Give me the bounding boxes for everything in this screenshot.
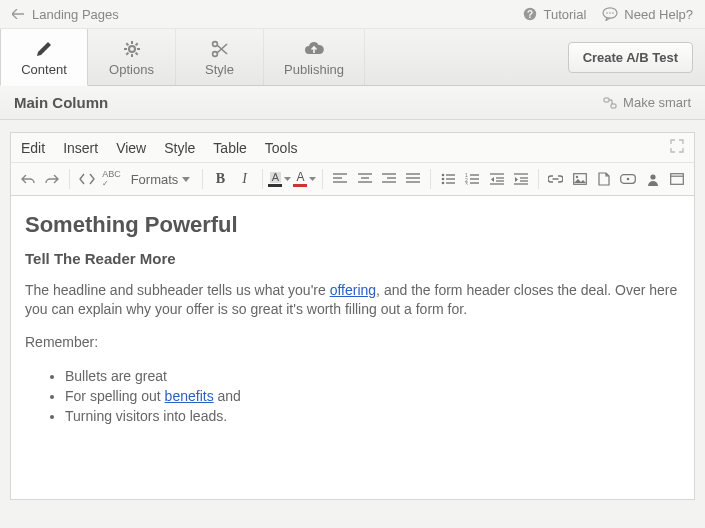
align-center-button[interactable] <box>354 167 376 191</box>
back-label: Landing Pages <box>32 7 119 22</box>
menu-tools[interactable]: Tools <box>265 140 298 156</box>
svg-line-13 <box>135 43 137 45</box>
file-button[interactable] <box>593 167 615 191</box>
outdent-button[interactable] <box>485 167 507 191</box>
person-icon <box>647 173 659 186</box>
svg-line-14 <box>126 52 128 54</box>
section-title: Main Column <box>14 94 108 111</box>
italic-button[interactable]: I <box>233 167 255 191</box>
caret-down-icon <box>182 177 190 182</box>
cta-button[interactable] <box>617 167 639 191</box>
list-item: Bullets are great <box>65 366 680 386</box>
image-button[interactable] <box>569 167 591 191</box>
image-icon <box>573 173 587 185</box>
menu-view[interactable]: View <box>116 140 146 156</box>
svg-point-35 <box>442 182 445 185</box>
forecolor-button[interactable]: A <box>293 167 316 191</box>
formats-dropdown[interactable]: Formats <box>125 167 197 191</box>
primary-tabs: Content Options Style Publishing Create … <box>0 28 705 86</box>
menu-table[interactable]: Table <box>213 140 246 156</box>
backcolor-button[interactable]: A <box>268 167 291 191</box>
editor-toolbar: ABC✓ Formats B I A A 123 <box>10 162 695 196</box>
tab-style[interactable]: Style <box>176 29 264 85</box>
svg-point-34 <box>442 178 445 181</box>
personalize-button[interactable] <box>641 167 663 191</box>
redo-icon <box>45 173 59 185</box>
align-left-icon <box>333 173 347 185</box>
caret-down-icon <box>284 177 291 181</box>
svg-line-11 <box>126 43 128 45</box>
gear-icon <box>122 39 142 59</box>
file-icon <box>598 172 610 186</box>
create-ab-test-button[interactable]: Create A/B Test <box>568 42 693 73</box>
redo-button[interactable] <box>41 167 63 191</box>
align-left-button[interactable] <box>329 167 351 191</box>
top-bar: Landing Pages ? Tutorial Need Help? <box>0 0 705 28</box>
list-item: For spelling out benefits and <box>65 386 680 406</box>
text-span: The headline and subheader tells us what… <box>25 282 330 298</box>
doc-paragraph-1: The headline and subheader tells us what… <box>25 281 680 319</box>
tab-publishing-label: Publishing <box>284 62 344 77</box>
chat-icon <box>602 7 618 21</box>
editor-content[interactable]: Something Powerful Tell The Reader More … <box>10 196 695 500</box>
make-smart-button[interactable]: Make smart <box>603 95 691 110</box>
doc-heading-2: Tell The Reader More <box>25 250 680 267</box>
embed-icon <box>670 173 684 185</box>
link-icon <box>548 174 563 184</box>
tab-options-label: Options <box>109 62 154 77</box>
tab-content[interactable]: Content <box>0 29 88 86</box>
formats-label: Formats <box>131 172 179 187</box>
svg-text:3: 3 <box>465 181 468 185</box>
svg-point-4 <box>610 12 612 14</box>
editor-menubar: Edit Insert View Style Table Tools <box>10 132 695 162</box>
undo-button[interactable] <box>17 167 39 191</box>
tutorial-link[interactable]: ? Tutorial <box>523 7 586 22</box>
link-button[interactable] <box>545 167 567 191</box>
tab-options[interactable]: Options <box>88 29 176 85</box>
undo-icon <box>21 173 35 185</box>
cta-icon <box>620 174 636 184</box>
need-help-link[interactable]: Need Help? <box>602 7 693 22</box>
svg-rect-19 <box>604 98 609 102</box>
svg-rect-58 <box>670 174 683 185</box>
spellcheck-button[interactable]: ABC✓ <box>100 167 122 191</box>
numbered-list-button[interactable]: 123 <box>461 167 483 191</box>
section-header: Main Column Make smart <box>0 86 705 120</box>
align-right-icon <box>382 173 396 185</box>
doc-paragraph-2: Remember: <box>25 333 680 352</box>
need-help-label: Need Help? <box>624 7 693 22</box>
make-smart-label: Make smart <box>623 95 691 110</box>
align-right-button[interactable] <box>378 167 400 191</box>
svg-point-56 <box>627 178 630 181</box>
tab-style-label: Style <box>205 62 234 77</box>
indent-button[interactable] <box>510 167 532 191</box>
menu-edit[interactable]: Edit <box>21 140 45 156</box>
svg-point-6 <box>129 46 135 52</box>
bullet-list-button[interactable] <box>437 167 459 191</box>
align-justify-button[interactable] <box>402 167 424 191</box>
link-benefits[interactable]: benefits <box>165 388 214 404</box>
list-item: Turning visitors into leads. <box>65 406 680 426</box>
indent-icon <box>514 173 528 185</box>
align-center-icon <box>358 173 372 185</box>
svg-text:?: ? <box>527 9 533 20</box>
source-code-button[interactable] <box>76 167 98 191</box>
menu-style[interactable]: Style <box>164 140 195 156</box>
link-offering[interactable]: offering <box>330 282 376 298</box>
smart-icon <box>603 97 617 109</box>
svg-rect-20 <box>611 104 616 108</box>
bold-button[interactable]: B <box>209 167 231 191</box>
back-link[interactable]: Landing Pages <box>12 7 119 22</box>
pencil-icon <box>34 39 54 59</box>
caret-down-icon <box>309 177 316 181</box>
text-span: For spelling out <box>65 388 165 404</box>
tab-publishing[interactable]: Publishing <box>264 29 365 85</box>
svg-line-12 <box>135 52 137 54</box>
embed-button[interactable] <box>666 167 688 191</box>
fullscreen-button[interactable] <box>670 139 684 156</box>
svg-point-33 <box>442 174 445 177</box>
menu-insert[interactable]: Insert <box>63 140 98 156</box>
align-justify-icon <box>406 173 420 185</box>
numbered-list-icon: 123 <box>465 173 479 185</box>
text-span: and <box>214 388 241 404</box>
